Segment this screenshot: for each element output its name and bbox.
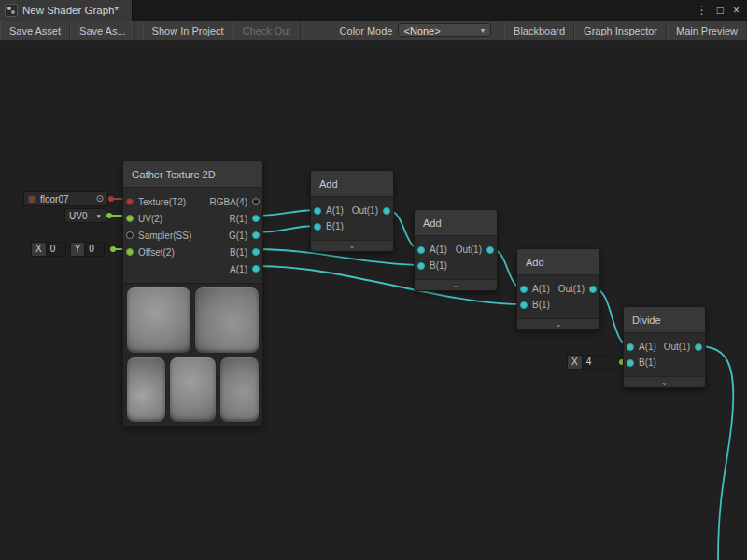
node-title[interactable]: Add — [415, 210, 497, 236]
node-title[interactable]: Divide — [624, 307, 705, 333]
shader-graph-icon — [5, 4, 18, 17]
stone-tile — [126, 287, 191, 354]
port-label: R(1) — [230, 214, 247, 224]
port-input-uv[interactable] — [126, 215, 134, 222]
port-input-a[interactable] — [314, 207, 321, 215]
stone-tile — [126, 357, 166, 424]
maximize-icon[interactable]: □ — [717, 0, 724, 21]
port-input-b[interactable] — [627, 359, 634, 367]
port-input-b[interactable] — [520, 301, 528, 309]
tab-new-shader-graph[interactable]: New Shader Graph* — [0, 0, 133, 21]
uv-channel-dropdown[interactable]: UV0 ▼ — [64, 208, 106, 223]
node-preview-texture — [123, 283, 262, 426]
port-label: B(1) — [430, 260, 447, 271]
main-preview-button[interactable]: Main Preview — [667, 21, 747, 40]
port-output-a[interactable] — [252, 265, 260, 273]
port-output-rgba[interactable] — [252, 198, 260, 205]
port-output-out[interactable] — [695, 343, 702, 351]
uv-dropdown-value: UV0 — [69, 211, 87, 221]
node-collapse-button[interactable]: ⌄ — [415, 279, 497, 290]
save-asset-button[interactable]: Save Asset — [0, 21, 70, 40]
stone-tile — [219, 357, 260, 424]
color-mode-value: <None> — [403, 25, 440, 36]
port-label: A(1) — [430, 245, 447, 255]
toolbar: Save Asset Save As... Show In Project Ch… — [0, 21, 747, 41]
port-input-b[interactable] — [417, 262, 425, 270]
color-mode-dropdown[interactable]: <None> ▼ — [398, 23, 491, 37]
stone-tile — [194, 287, 260, 354]
port-label: Texture(T2) — [138, 197, 186, 207]
add-node-2[interactable]: Add A(1) B(1) Out(1) ⌄ — [414, 209, 498, 291]
save-as-button[interactable]: Save As... — [70, 21, 135, 40]
port-input-offset[interactable] — [126, 248, 134, 256]
port-output-r[interactable] — [252, 215, 260, 222]
node-title[interactable]: Add — [311, 171, 393, 197]
show-in-project-button[interactable]: Show In Project — [143, 21, 233, 40]
port-label: Sampler(SS) — [138, 231, 191, 241]
node-collapse-button[interactable]: ⌄ — [311, 240, 393, 251]
blackboard-button[interactable]: Blackboard — [504, 21, 574, 40]
port-label: B(1) — [326, 221, 344, 231]
node-title[interactable]: Gather Texture 2D — [123, 161, 262, 188]
port-output-b[interactable] — [252, 248, 260, 256]
add-node-3[interactable]: Add A(1) B(1) Out(1) ⌄ — [516, 248, 600, 330]
divide-b-input[interactable]: 4 — [582, 355, 613, 370]
port-output-g[interactable] — [252, 231, 260, 239]
port-label: Out(1) — [664, 342, 690, 352]
port-label: A(1) — [532, 284, 550, 294]
texture-stub-dot[interactable] — [108, 196, 114, 202]
port-label: Out(1) — [456, 245, 482, 255]
node-collapse-button[interactable]: ⌄ — [517, 318, 599, 329]
port-label: Out(1) — [352, 205, 378, 216]
port-input-sampler[interactable] — [126, 231, 134, 239]
check-out-button: Check Out — [233, 21, 301, 40]
wire-g-to-add1-b[interactable] — [258, 226, 317, 232]
port-label: A(1) — [639, 342, 656, 352]
port-output-out[interactable] — [589, 286, 597, 293]
add-node-1[interactable]: Add A(1) B(1) Out(1) ⌄ — [310, 170, 394, 252]
offset-x-label: X — [31, 242, 46, 257]
port-input-a[interactable] — [520, 286, 528, 293]
window-menu-icon[interactable]: ⋮ — [697, 0, 708, 21]
port-input-texture[interactable] — [126, 198, 134, 205]
chevron-down-icon: ▼ — [96, 213, 102, 219]
tab-title: New Shader Graph* — [22, 5, 119, 16]
graph-inspector-button[interactable]: Graph Inspector — [574, 21, 667, 40]
port-label: A(1) — [326, 205, 344, 216]
node-title[interactable]: Add — [517, 249, 599, 275]
port-label: UV(2) — [138, 214, 162, 224]
gather-texture-2d-node[interactable]: Gather Texture 2D Texture(T2) UV(2) Samp… — [122, 161, 263, 427]
port-input-a[interactable] — [627, 343, 634, 351]
titlebar-spacer — [133, 0, 697, 21]
port-output-out[interactable] — [383, 207, 390, 215]
divide-b-label: X — [567, 355, 582, 370]
chevron-down-icon: ⌄ — [555, 320, 562, 329]
divide-b-inline-field: X 4 — [567, 355, 613, 370]
port-label: Offset(2) — [138, 247, 175, 258]
offset-x-input[interactable]: 0 — [46, 242, 66, 257]
object-picker-icon[interactable]: ⊙ — [96, 194, 104, 203]
port-label: A(1) — [230, 264, 247, 274]
port-label: RGBA(4) — [209, 197, 247, 207]
port-label: G(1) — [229, 231, 247, 241]
port-input-b[interactable] — [314, 223, 321, 231]
node-collapse-button[interactable]: ⌄ — [624, 376, 705, 387]
close-icon[interactable]: × — [733, 0, 740, 21]
offset-stub-dot[interactable] — [110, 246, 116, 252]
offset-y-input[interactable]: 0 — [84, 242, 105, 257]
chevron-down-icon: ⌄ — [452, 281, 459, 289]
port-output-out[interactable] — [486, 246, 494, 254]
texture-object-field[interactable]: floor07 ⊙ — [23, 191, 108, 206]
port-label: B(1) — [230, 247, 247, 258]
chevron-down-icon: ⌄ — [661, 378, 669, 386]
port-input-a[interactable] — [417, 246, 425, 254]
uv-stub-dot[interactable] — [106, 213, 112, 218]
offset-y-label: Y — [70, 242, 85, 257]
offset-vector-field: X 0 Y 0 — [31, 242, 105, 257]
texture-field-value: floor07 — [40, 194, 69, 204]
wire-r-to-add1-a[interactable] — [258, 210, 317, 216]
chevron-down-icon: ▼ — [480, 27, 486, 34]
stone-tile — [169, 357, 217, 424]
graph-canvas[interactable]: Gather Texture 2D Texture(T2) UV(2) Samp… — [0, 41, 747, 560]
divide-node[interactable]: Divide A(1) B(1) Out(1) ⌄ — [623, 306, 706, 388]
